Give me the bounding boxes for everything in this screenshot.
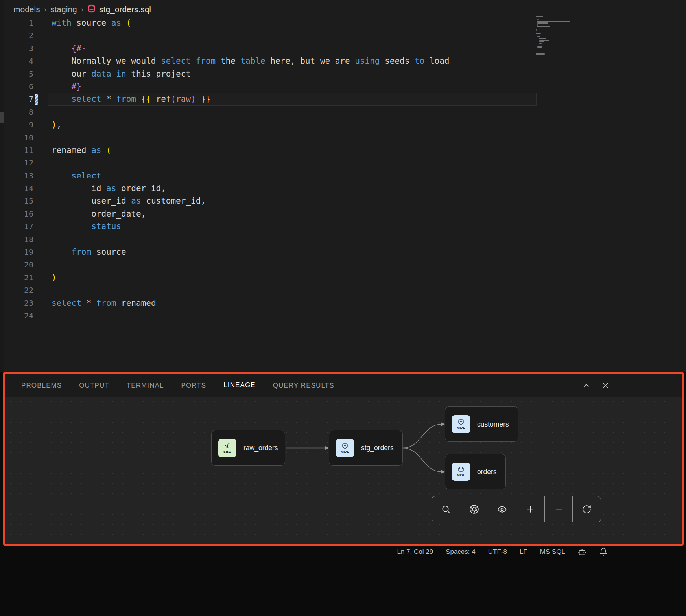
line-number[interactable]: 6 bbox=[0, 80, 33, 93]
line-number[interactable]: 18 bbox=[0, 233, 33, 246]
code-line[interactable] bbox=[52, 156, 450, 169]
line-number[interactable]: 22 bbox=[0, 284, 33, 296]
code-line[interactable]: renamed as ( bbox=[52, 144, 450, 156]
copilot-button[interactable] bbox=[578, 548, 586, 556]
breadcrumb-separator: › bbox=[44, 5, 46, 14]
line-number[interactable]: 17 bbox=[0, 220, 33, 233]
status-item[interactable]: MS SQL bbox=[540, 548, 565, 556]
line-number[interactable]: 4 bbox=[0, 55, 33, 67]
cube-icon bbox=[458, 419, 464, 425]
code-line[interactable] bbox=[52, 233, 450, 246]
tab-problems[interactable]: PROBLEMS bbox=[21, 379, 62, 392]
aperture-button[interactable] bbox=[460, 496, 489, 522]
line-number[interactable]: 7 bbox=[0, 93, 33, 105]
line-number[interactable]: 9 bbox=[0, 118, 33, 131]
code-line[interactable]: order_date, bbox=[52, 208, 450, 220]
tab-ports[interactable]: PORTS bbox=[181, 379, 207, 392]
lineage-canvas[interactable]: SEDraw_ordersMDLstg_ordersMDLcustomersMD… bbox=[5, 397, 682, 544]
status-item[interactable]: UTF-8 bbox=[488, 548, 507, 556]
minimap-line bbox=[537, 36, 540, 37]
eye-button[interactable] bbox=[488, 496, 516, 522]
node-label: stg_orders bbox=[361, 444, 394, 452]
node-label: orders bbox=[477, 468, 497, 476]
minimap-line bbox=[536, 33, 541, 34]
breadcrumb-item-staging[interactable]: staging bbox=[50, 5, 77, 14]
editor-code[interactable]: with source as ( {#- Normally we would s… bbox=[52, 17, 450, 322]
code-line[interactable]: from source bbox=[52, 246, 450, 258]
search-icon bbox=[441, 504, 451, 514]
minimap-line bbox=[537, 46, 542, 48]
badge-label: SED bbox=[223, 449, 232, 454]
breadcrumb-item-file[interactable]: stg_orders.sql bbox=[87, 4, 151, 15]
minimap[interactable] bbox=[536, 16, 599, 59]
notifications-button[interactable] bbox=[599, 548, 608, 556]
code-line[interactable]: {#- bbox=[52, 42, 450, 55]
close-panel-button[interactable] bbox=[601, 381, 610, 390]
code-line[interactable]: our data in this project bbox=[52, 68, 450, 80]
tab-query-results[interactable]: QUERY RESULTS bbox=[273, 379, 335, 392]
code-line[interactable] bbox=[52, 284, 450, 296]
line-number[interactable]: 14 bbox=[0, 182, 33, 195]
code-line[interactable] bbox=[52, 29, 450, 42]
line-number[interactable]: 21 bbox=[0, 271, 33, 284]
line-number[interactable]: 2 bbox=[0, 29, 33, 42]
line-number[interactable]: 16 bbox=[0, 208, 33, 220]
line-number[interactable]: 12 bbox=[0, 156, 33, 169]
search-button[interactable] bbox=[432, 496, 460, 522]
sprout-icon bbox=[224, 443, 231, 449]
zoom-in-button[interactable] bbox=[516, 496, 545, 522]
tab-lineage[interactable]: LINEAGE bbox=[223, 378, 256, 392]
code-line[interactable]: ), bbox=[52, 118, 450, 131]
code-line[interactable]: select * from {{ ref(raw) }} bbox=[52, 93, 450, 105]
code-line[interactable] bbox=[52, 309, 450, 322]
line-number[interactable]: 23 bbox=[0, 297, 33, 309]
code-line[interactable]: ) bbox=[52, 271, 450, 284]
code-line[interactable]: user_id as customer_id, bbox=[52, 195, 450, 207]
code-line[interactable]: select * from renamed bbox=[52, 297, 450, 309]
seed-badge: SED bbox=[218, 439, 236, 457]
line-number[interactable]: 5 bbox=[0, 68, 33, 80]
lineage-toolbar bbox=[432, 496, 601, 522]
minimap-line bbox=[539, 43, 542, 44]
code-line[interactable]: status bbox=[52, 220, 450, 233]
lineage-node-stg_orders[interactable]: MDLstg_orders bbox=[329, 430, 403, 466]
status-item[interactable]: LF bbox=[520, 548, 527, 556]
line-number[interactable]: 3 bbox=[0, 42, 33, 55]
status-item[interactable]: Ln 7, Col 29 bbox=[397, 548, 433, 556]
status-item[interactable]: Spaces: 4 bbox=[446, 548, 476, 556]
editor-gutter: 123456789101112131415161718192021222324 bbox=[0, 17, 33, 322]
line-number[interactable]: 1 bbox=[0, 17, 33, 29]
code-line[interactable] bbox=[52, 106, 450, 118]
line-number[interactable]: 24 bbox=[0, 309, 33, 322]
file-name: stg_orders.sql bbox=[99, 5, 151, 14]
code-line[interactable]: with source as ( bbox=[52, 17, 450, 29]
maximize-panel-button[interactable] bbox=[582, 381, 590, 390]
breadcrumb-item-models[interactable]: models bbox=[13, 5, 40, 14]
code-line[interactable]: select bbox=[52, 169, 450, 182]
tab-output[interactable]: OUTPUT bbox=[79, 379, 109, 392]
code-line[interactable] bbox=[52, 131, 450, 144]
line-number[interactable]: 19 bbox=[0, 246, 33, 258]
line-number[interactable]: 11 bbox=[0, 144, 33, 156]
refresh-icon bbox=[582, 504, 592, 514]
line-number[interactable]: 20 bbox=[0, 258, 33, 271]
minimap-line bbox=[539, 38, 546, 39]
line-number[interactable]: 13 bbox=[0, 169, 33, 182]
minimap-line bbox=[537, 21, 570, 22]
lineage-node-raw_orders[interactable]: SEDraw_orders bbox=[211, 430, 285, 466]
refresh-button[interactable] bbox=[573, 496, 601, 522]
code-line[interactable]: #} bbox=[52, 80, 450, 93]
code-line[interactable]: id as order_id, bbox=[52, 182, 450, 195]
tab-terminal[interactable]: TERMINAL bbox=[126, 379, 164, 392]
zoom-out-button[interactable] bbox=[545, 496, 573, 522]
line-number[interactable]: 10 bbox=[0, 131, 33, 144]
line-number[interactable]: 15 bbox=[0, 195, 33, 207]
modified-line-marker bbox=[35, 94, 38, 105]
lineage-node-customers[interactable]: MDLcustomers bbox=[445, 406, 518, 442]
lineage-node-orders[interactable]: MDLorders bbox=[445, 454, 506, 489]
code-line[interactable] bbox=[52, 258, 450, 271]
code-line[interactable]: Normally we would select from the table … bbox=[52, 55, 450, 67]
zoom-out-icon bbox=[554, 504, 564, 514]
line-number[interactable]: 8 bbox=[0, 106, 33, 118]
copilot-icon bbox=[578, 548, 586, 556]
